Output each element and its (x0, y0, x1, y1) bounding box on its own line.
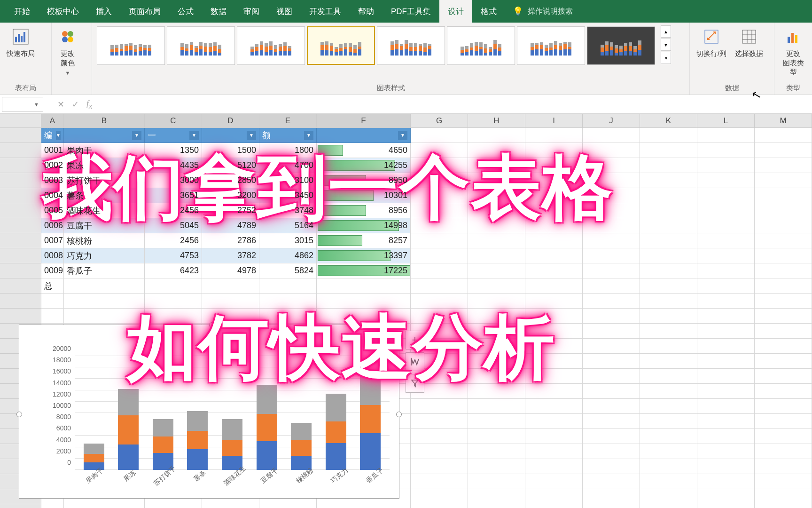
formula-enter-button[interactable]: ✓ (72, 99, 79, 110)
chart-style-thumb-3[interactable] (237, 26, 305, 65)
chart-style-thumb-7[interactable] (517, 26, 585, 65)
col-header-M[interactable]: M (755, 114, 812, 127)
cell[interactable] (640, 188, 697, 203)
cell[interactable] (755, 504, 812, 508)
cell[interactable] (468, 474, 525, 489)
cell[interactable] (468, 158, 525, 173)
cell[interactable] (468, 324, 525, 339)
cell[interactable]: 8257 (317, 233, 411, 248)
cell[interactable] (697, 429, 755, 444)
cell[interactable] (64, 309, 145, 324)
formula-input[interactable] (93, 97, 812, 112)
cell[interactable] (583, 324, 640, 339)
cell[interactable] (259, 278, 317, 294)
cell[interactable]: 核桃粉 (64, 233, 145, 248)
ribbon-tab-公式[interactable]: 公式 (169, 0, 202, 23)
ribbon-tab-插入[interactable]: 插入 (87, 0, 120, 23)
cell[interactable] (468, 504, 525, 508)
cell[interactable] (468, 188, 525, 203)
cell[interactable]: 2850 (202, 173, 259, 188)
chevron-down-icon[interactable]: ▼ (34, 102, 39, 107)
cell[interactable] (525, 459, 583, 474)
cell[interactable] (640, 384, 697, 399)
col-header-J[interactable]: J (583, 114, 640, 127)
col-header-E[interactable]: E (259, 114, 317, 127)
cell[interactable]: 4435 (145, 158, 202, 173)
cell[interactable] (583, 429, 640, 444)
col-header-F[interactable]: F (317, 114, 411, 127)
cell[interactable] (468, 278, 525, 294)
cell[interactable]: 8956 (317, 203, 411, 218)
cell[interactable] (202, 504, 259, 508)
cell[interactable] (697, 188, 755, 203)
cell[interactable] (411, 474, 468, 489)
col-header-G[interactable]: G (411, 114, 468, 127)
cell[interactable] (697, 233, 755, 248)
cell[interactable] (411, 143, 468, 158)
ribbon-tab-页面布局[interactable]: 页面布局 (120, 0, 169, 23)
cell[interactable] (468, 354, 525, 369)
cell[interactable] (411, 489, 468, 504)
cell[interactable]: 3651 (145, 188, 202, 203)
cell[interactable] (411, 203, 468, 218)
cell[interactable] (755, 263, 812, 278)
cell[interactable]: 0001 (41, 143, 64, 158)
cell[interactable] (640, 324, 697, 339)
cell[interactable]: 0002 (41, 158, 64, 173)
cell[interactable] (468, 414, 525, 429)
switch-row-col-button[interactable]: 切换行/列 (694, 25, 729, 60)
col-header-B[interactable]: B (64, 114, 145, 127)
cell[interactable] (583, 173, 640, 188)
cell[interactable]: 17225 (317, 263, 411, 278)
cell[interactable] (468, 384, 525, 399)
cell[interactable] (525, 278, 583, 294)
cell[interactable] (468, 263, 525, 278)
filter-arrow-icon[interactable]: ▼ (189, 131, 199, 140)
ribbon-tab-视图[interactable]: 视图 (268, 0, 301, 23)
cell[interactable] (525, 414, 583, 429)
col-header-L[interactable]: L (697, 114, 755, 127)
cell[interactable] (525, 354, 583, 369)
cell[interactable] (259, 504, 317, 508)
cell[interactable] (145, 504, 202, 508)
cell[interactable] (697, 414, 755, 429)
ribbon-tab-帮助[interactable]: 帮助 (350, 0, 383, 23)
cell[interactable]: 3782 (202, 248, 259, 263)
change-chart-type-button[interactable]: 更改 图表类型 (778, 25, 808, 79)
cell[interactable] (697, 309, 755, 324)
cell[interactable] (468, 489, 525, 504)
cell[interactable] (755, 143, 812, 158)
cell[interactable] (583, 354, 640, 369)
cell[interactable] (755, 459, 812, 474)
cell[interactable] (525, 504, 583, 508)
cell[interactable] (411, 414, 468, 429)
cell[interactable] (259, 294, 317, 309)
cell[interactable]: 14255 (317, 158, 411, 173)
cell[interactable]: 6423 (145, 263, 202, 278)
cell[interactable]: 4978 (202, 263, 259, 278)
cell[interactable] (64, 278, 145, 294)
cell[interactable] (755, 444, 812, 459)
col-header-K[interactable]: K (640, 114, 697, 127)
cell[interactable] (640, 339, 697, 354)
cell[interactable]: 豆腐干 (64, 218, 145, 233)
cell[interactable] (525, 489, 583, 504)
cell[interactable] (64, 294, 145, 309)
select-data-button[interactable]: 选择数据 (732, 25, 766, 60)
cell[interactable] (583, 248, 640, 263)
cell[interactable]: 0007 (41, 233, 64, 248)
cell[interactable] (640, 429, 697, 444)
cell[interactable] (755, 414, 812, 429)
cell[interactable] (525, 294, 583, 309)
cell[interactable] (317, 278, 411, 294)
cell[interactable] (697, 263, 755, 278)
cell[interactable] (411, 309, 468, 324)
cell[interactable] (583, 278, 640, 294)
cell[interactable] (317, 309, 411, 324)
cell[interactable]: 3000 (145, 173, 202, 188)
cell[interactable]: 4650 (317, 143, 411, 158)
cell[interactable] (640, 128, 697, 143)
ribbon-tab-数据[interactable]: 数据 (202, 0, 235, 23)
cell[interactable] (583, 263, 640, 278)
ribbon-tab-设计[interactable]: 设计 (439, 0, 472, 23)
